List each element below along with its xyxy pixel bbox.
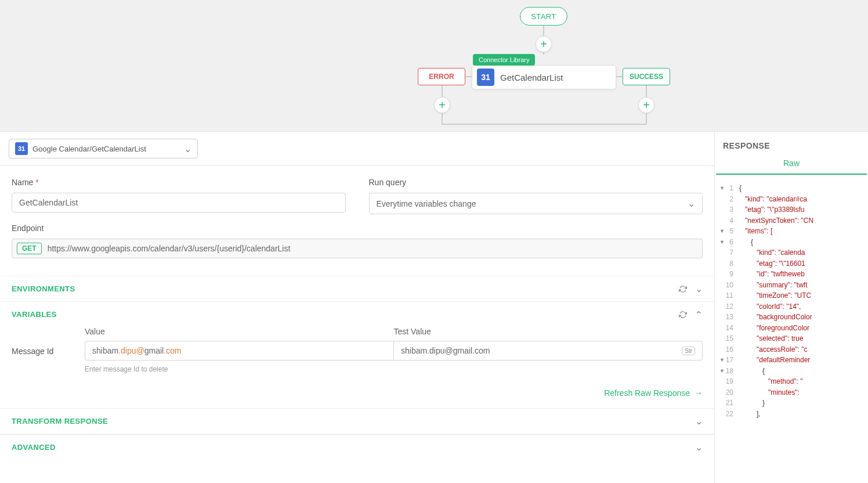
variable-value-text: shibam.dipu@gmail.com [92,346,182,355]
runquery-value: Everytime variables change [377,199,476,208]
json-line: ▼18 { [715,366,868,377]
json-line: 3 "etag": "\"p3389lsfu [715,204,868,215]
json-line: 12 "colorId": "14", [715,301,868,312]
value-column-header: Value [85,327,394,336]
json-line: 21 } [715,398,868,409]
config-panel: 31 Google Calendar/GetCalendarList ⌄ Nam… [0,131,868,483]
refresh-raw-response-link[interactable]: Refresh Raw Response → [0,383,714,408]
variable-testvalue-input[interactable]: shibam.dipu@gmail.com Str [394,341,703,361]
chevron-down-icon: ⌄ [695,442,703,453]
variables-section: Value Test Value Message Id shibam.dipu@… [0,327,714,383]
json-line: ▼1{ [715,183,868,194]
advanced-section-header[interactable]: ADVANCED ⌄ [0,434,714,460]
refresh-icon[interactable] [679,285,687,293]
json-line: ▼5 "items": [ [715,226,868,237]
response-title: RESPONSE [715,141,868,158]
json-line: ▼17 "defaultReminder [715,355,868,366]
success-label: SUCCESS [630,73,663,81]
json-line: 7 "kind": "calenda [715,247,868,258]
start-label: START [531,12,556,21]
type-badge: Str [682,347,695,355]
block-selector-dropdown[interactable]: 31 Google Calendar/GetCalendarList ⌄ [9,139,198,158]
variable-hint: Enter message Id to delete [85,365,168,373]
runquery-label: Run query [369,178,703,187]
refresh-icon[interactable] [679,311,687,319]
connector-line [465,76,472,77]
form-area: Name * Run query Everytime variables cha… [0,166,714,276]
json-line: 22 ], [715,409,868,420]
variable-value-input[interactable]: shibam.dipu@gmail.com [85,341,394,361]
json-line: 20 "minutes": [715,387,868,398]
environments-section-header[interactable]: ENVIRONMENTS ⌄ [0,276,714,301]
json-line: 13 "backgroundColor [715,312,868,323]
json-line: 15 "selected": true [715,333,868,344]
add-node-button[interactable]: + [536,36,552,52]
error-label: ERROR [429,73,454,81]
section-title: VARIABLES [12,310,57,319]
connector-line [442,124,646,125]
variable-row-label: Message Id [12,341,85,356]
json-line: 8 "etag": "\"16601 [715,258,868,269]
chevron-down-icon: ⌄ [695,416,703,427]
chevron-down-icon: ⌄ [184,143,191,154]
name-input[interactable] [12,193,346,212]
json-line: 11 "timeZone": "UTC [715,290,868,301]
error-node[interactable]: ERROR [418,68,465,85]
json-line: 19 "method": " [715,376,868,387]
endpoint-label: Endpoint [12,224,703,233]
block-selector-bar: 31 Google Calendar/GetCalendarList ⌄ [0,132,714,166]
json-line: 4 "nextSyncToken": "CN [715,215,868,226]
runquery-select[interactable]: Everytime variables change ⌄ [369,193,703,214]
workflow-node[interactable]: 31 GetCalendarList [472,65,616,89]
variable-testvalue-text: shibam.dipu@gmail.com [401,346,490,355]
block-selector-label: Google Calendar/GetCalendarList [32,145,146,153]
add-node-button[interactable]: + [638,97,654,113]
json-line: 9 "id": "twftheweb [715,269,868,280]
endpoint-url: https://www.googleapis.com/calendar/v3/u… [48,244,291,253]
json-line: 10 "summary": "twft [715,280,868,291]
chevron-down-icon: ⌄ [688,198,695,209]
success-node[interactable]: SUCCESS [623,68,670,85]
workflow-canvas[interactable]: START + Connector Library 31 GetCalendar… [0,0,868,131]
calendar-icon: 31 [477,69,494,86]
json-line: 16 "accessRole": "c [715,344,868,355]
config-left-panel: 31 Google Calendar/GetCalendarList ⌄ Nam… [0,132,715,483]
arrow-right-icon: → [695,388,703,398]
add-node-button[interactable]: + [434,97,450,113]
name-label: Name * [12,178,346,187]
calendar-icon: 31 [15,142,28,155]
start-node[interactable]: START [520,7,567,26]
http-method-badge: GET [17,243,42,254]
response-tab-raw[interactable]: Raw [716,158,867,175]
json-line: 2 "kind": "calendar#ca [715,194,868,205]
response-panel: RESPONSE Raw ▼1{2 "kind": "calendar#ca3 … [715,132,868,483]
chevron-up-icon: ⌄ [695,309,703,320]
endpoint-box: GET https://www.googleapis.com/calendar/… [12,239,703,258]
connector-line [616,76,623,77]
json-viewer[interactable]: ▼1{2 "kind": "calendar#ca3 "etag": "\"p3… [715,175,868,419]
chevron-down-icon: ⌄ [695,283,703,294]
json-line: ▼6 { [715,237,868,248]
section-title: TRANSFORM RESPONSE [12,417,108,426]
connector-library-badge: Connector Library [473,54,535,66]
refresh-label: Refresh Raw Response [604,388,690,398]
testvalue-column-header: Test Value [394,327,703,336]
section-title: ADVANCED [12,443,56,452]
json-line: 14 "foregroundColor [715,323,868,334]
section-title: ENVIRONMENTS [12,284,75,293]
transform-section-header[interactable]: TRANSFORM RESPONSE ⌄ [0,408,714,434]
node-title: GetCalendarList [500,73,563,82]
variables-section-header[interactable]: VARIABLES ⌄ [0,301,714,327]
